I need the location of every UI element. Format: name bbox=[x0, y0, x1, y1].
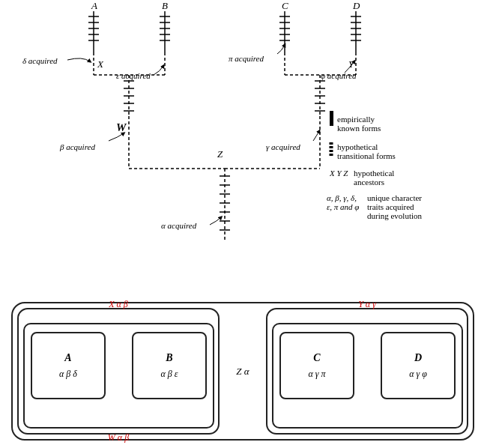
w-alpha-beta-label: W α β bbox=[108, 432, 129, 444]
svg-text:δ acquired: δ acquired bbox=[22, 56, 58, 65]
svg-text:γ acquired: γ acquired bbox=[266, 142, 300, 151]
svg-text:traits acquired: traits acquired bbox=[367, 202, 414, 211]
svg-text:ε acquired: ε acquired bbox=[116, 71, 151, 80]
svg-text:hypothetical: hypothetical bbox=[354, 169, 394, 178]
taxon-box-D: D α γ φ bbox=[381, 332, 456, 399]
svg-text:Z: Z bbox=[217, 148, 223, 160]
svg-text:β acquired: β acquired bbox=[59, 142, 95, 151]
x-alpha-beta-label: X α β bbox=[109, 299, 128, 310]
svg-text:B: B bbox=[162, 0, 168, 11]
taxon-A-traits: α β δ bbox=[59, 367, 77, 381]
taxon-A-label: A bbox=[64, 350, 71, 366]
svg-text:α acquired: α acquired bbox=[161, 221, 197, 230]
svg-text:transitional forms: transitional forms bbox=[337, 151, 396, 160]
svg-text:D: D bbox=[352, 0, 360, 11]
svg-text:ancestors: ancestors bbox=[354, 178, 384, 187]
right-inner-cluster: C α γ π D α γ φ bbox=[272, 323, 463, 429]
z-alpha-label: Z α bbox=[236, 364, 249, 379]
svg-text:α, β, γ, δ,: α, β, γ, δ, bbox=[327, 193, 357, 202]
taxon-C-traits: α γ π bbox=[308, 367, 325, 381]
svg-text:unique character: unique character bbox=[367, 193, 422, 202]
y-alpha-gamma-label: Y α γ bbox=[358, 299, 376, 310]
phylogenetic-tree: A X δ acquired B ε acquired bbox=[0, 0, 487, 292]
taxon-B-label: B bbox=[166, 350, 172, 366]
svg-text:during evolution: during evolution bbox=[367, 211, 423, 220]
svg-text:A: A bbox=[91, 0, 97, 11]
svg-text:ε, π and φ: ε, π and φ bbox=[327, 202, 359, 211]
svg-text:known forms: known forms bbox=[337, 124, 381, 133]
right-cluster: Y α γ C α γ π D α γ φ bbox=[266, 308, 468, 435]
left-cluster: X α β W α β A α β δ B α β ε bbox=[17, 308, 220, 435]
svg-text:π acquired: π acquired bbox=[229, 54, 264, 63]
svg-text:φ acquired: φ acquired bbox=[321, 71, 357, 80]
taxon-C-label: C bbox=[313, 350, 320, 366]
cladogram: Z α X α β W α β A α β δ B α β ε bbox=[11, 302, 474, 441]
svg-text:X: X bbox=[97, 58, 104, 70]
svg-text:C: C bbox=[282, 0, 288, 11]
taxon-D-label: D bbox=[414, 350, 422, 366]
taxon-D-traits: α γ φ bbox=[409, 367, 427, 381]
taxon-box-C: C α γ π bbox=[279, 332, 354, 399]
svg-rect-69 bbox=[330, 111, 333, 126]
svg-text:W: W bbox=[116, 121, 127, 133]
left-inner-cluster: A α β δ B α β ε bbox=[23, 323, 214, 429]
svg-text:hypothetical: hypothetical bbox=[337, 142, 378, 151]
svg-text:X Y Z: X Y Z bbox=[329, 169, 348, 178]
taxon-box-B: B α β ε bbox=[132, 332, 207, 399]
svg-text:empirically: empirically bbox=[337, 115, 375, 124]
taxon-box-A: A α β δ bbox=[31, 332, 106, 399]
page: A X δ acquired B ε acquired bbox=[0, 0, 487, 448]
taxon-B-traits: α β ε bbox=[160, 367, 178, 381]
